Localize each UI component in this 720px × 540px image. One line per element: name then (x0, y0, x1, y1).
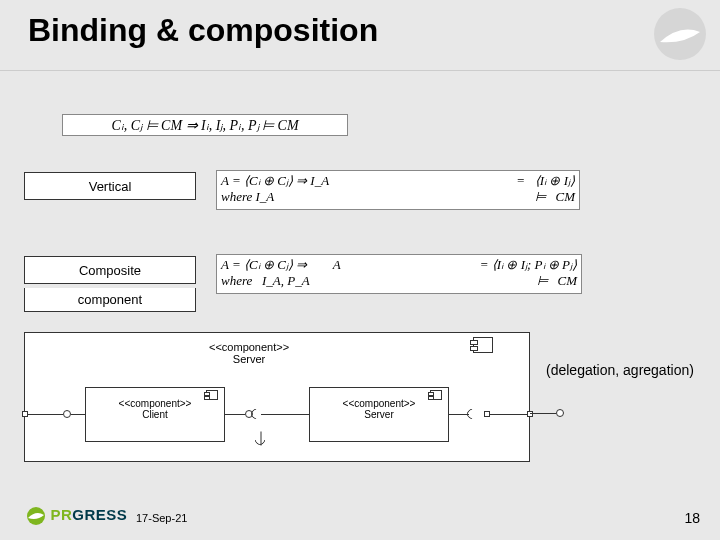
outer-component-label: <<component>> Server (209, 341, 289, 365)
client-label: <<component>> Client (86, 398, 224, 420)
slide-title: Binding & composition (28, 12, 378, 49)
delegation-annotation: (delegation, agregation) (546, 362, 694, 378)
brand-right: GRESS (72, 506, 127, 523)
eq-v-left: A = ⟨Cᵢ ⊕ Cⱼ⟩ ⇒ I_A (221, 173, 329, 189)
component-diagram: <<component>> Server <<component>> Clien… (24, 332, 530, 462)
component-icon (473, 337, 493, 353)
server-inner-label: <<component>> Server (310, 398, 448, 420)
divider (0, 70, 720, 71)
page-number: 18 (684, 510, 700, 526)
connector-line (261, 414, 281, 415)
connector-line (530, 413, 556, 414)
port-icon (527, 411, 533, 417)
progress-logo: PRGRESS (26, 506, 127, 526)
provided-interface-icon (556, 409, 564, 417)
provided-interface-icon (63, 410, 71, 418)
connector-line (490, 414, 528, 415)
equation-cm: Cᵢ, Cⱼ ⊨ CM ⇒ Iᵢ, Iⱼ, Pᵢ, Pⱼ ⊨ CM (62, 114, 348, 136)
slide: Binding & composition Cᵢ, Cⱼ ⊨ CM ⇒ Iᵢ, … (0, 0, 720, 540)
connector-line (281, 414, 309, 415)
connector-line (225, 414, 245, 415)
eq-c-where-r: ⊨ CM (537, 273, 577, 289)
corner-logo (650, 4, 710, 64)
eq-v-where-r: ⊨ CM (535, 189, 575, 205)
outer-name: Server (209, 353, 289, 365)
eq-v-right: = ⟨Iᵢ ⊕ Iⱼ⟩ (516, 173, 575, 189)
client-stereotype: <<component>> (86, 398, 224, 409)
equation-vertical: A = ⟨Cᵢ ⊕ Cⱼ⟩ ⇒ I_A= ⟨Iᵢ ⊕ Iⱼ⟩ where I_A… (216, 170, 580, 210)
connector-line (28, 414, 63, 415)
composite-label: Composite (24, 256, 196, 284)
brand-left: PR (50, 506, 72, 523)
eq-v-where-l: where I_A (221, 189, 274, 205)
server-name: Server (310, 409, 448, 420)
footer-date: 17-Sep-21 (136, 512, 187, 524)
client-name: Client (86, 409, 224, 420)
eq-c-where-l: where I_A, P_A (221, 273, 310, 289)
equation-composite: A = ⟨Cᵢ ⊕ Cⱼ⟩ ⇒ A= ⟨Iᵢ ⊕ Iⱼ; Pᵢ ⊕ Pⱼ⟩ wh… (216, 254, 582, 294)
vertical-label: Vertical (24, 172, 196, 200)
outer-stereotype: <<component>> (209, 341, 289, 353)
client-component: <<component>> Client (85, 387, 225, 442)
connector-line (71, 414, 85, 415)
required-interface-icon (465, 407, 479, 421)
eq-c-right: = ⟨Iᵢ ⊕ Iⱼ; Pᵢ ⊕ Pⱼ⟩ (480, 257, 577, 273)
component-label: component (24, 288, 196, 312)
eq-c-left: A = ⟨Cᵢ ⊕ Cⱼ⟩ ⇒ A (221, 257, 341, 273)
server-component: <<component>> Server (309, 387, 449, 442)
server-stereotype: <<component>> (310, 398, 448, 409)
required-interface-icon (253, 433, 267, 447)
